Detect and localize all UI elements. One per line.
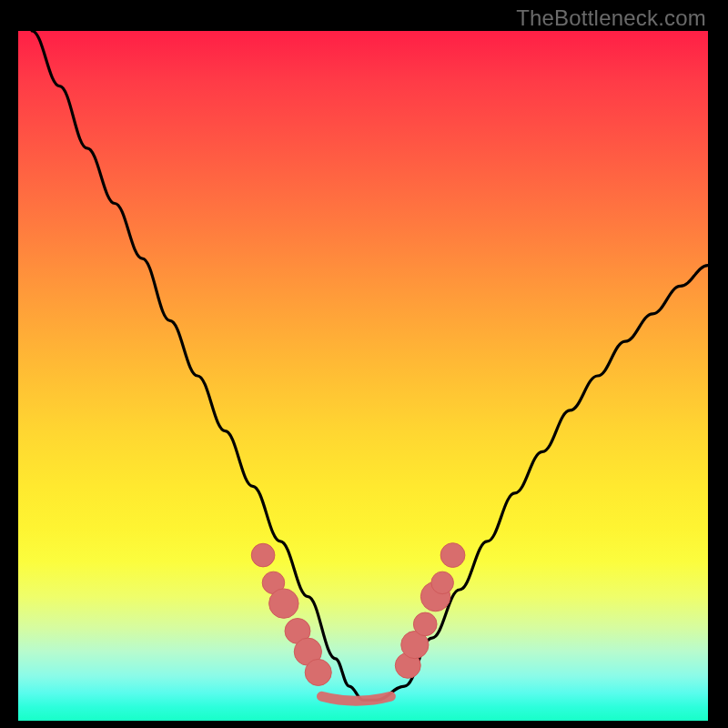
data-dot — [413, 612, 437, 636]
bottleneck-curve — [32, 31, 708, 700]
data-dot — [431, 571, 454, 594]
plot-overlay — [18, 31, 708, 721]
plot-frame — [18, 31, 708, 721]
data-dot — [305, 659, 331, 685]
basin-highlight — [322, 696, 391, 701]
data-dot — [440, 543, 465, 568]
data-dots — [251, 543, 465, 686]
data-dot — [251, 543, 275, 567]
watermark-text: TheBottleneck.com — [516, 5, 706, 31]
data-dot — [269, 589, 298, 618]
